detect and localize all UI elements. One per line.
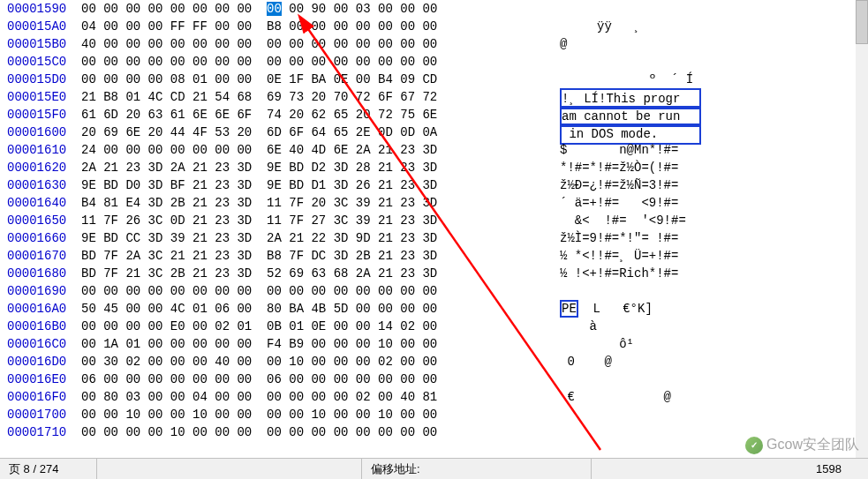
hex-row[interactable]: 000016E006 00 00 00 00 00 00 00 06 00 00… (0, 370, 868, 388)
offset-column[interactable]: 00001590 (0, 0, 81, 18)
offset-column[interactable]: 000015A0 (0, 18, 81, 35)
ascii-column[interactable]: in DOS mode. (555, 123, 868, 141)
ascii-column[interactable]: ½ !<+!#=Rich*!#= (555, 265, 868, 282)
hex-column[interactable]: B4 81 E4 3D 2B 21 23 3D 11 7F 20 3C 39 2… (81, 194, 555, 212)
offset-column[interactable]: 000015C0 (0, 53, 81, 71)
hex-column[interactable]: 00 00 00 00 00 00 00 00 00 00 90 00 03 0… (81, 0, 555, 18)
hex-column[interactable]: 9E BD D0 3D BF 21 23 3D 9E BD D1 3D 26 2… (81, 176, 555, 194)
ascii-column[interactable]: € @ (555, 388, 868, 406)
hex-column[interactable]: 11 7F 26 3C 0D 21 23 3D 11 7F 27 3C 39 2… (81, 212, 555, 229)
hex-row[interactable]: 0000170000 00 10 00 00 10 00 00 00 00 10… (0, 406, 868, 423)
offset-column[interactable]: 000016B0 (0, 318, 81, 335)
offset-column[interactable]: 00001700 (0, 406, 81, 423)
offset-column[interactable]: 00001610 (0, 141, 81, 159)
ascii-column[interactable]: ž½Ì=9!#=*!"= !#= (555, 229, 868, 247)
hex-row[interactable]: 00001640B4 81 E4 3D 2B 21 23 3D 11 7F 20… (0, 194, 868, 212)
ascii-column[interactable]: &< !#= '<9!#= (555, 212, 868, 229)
ascii-column[interactable]: @ (555, 35, 868, 53)
offset-column[interactable]: 000015E0 (0, 88, 81, 106)
offset-column[interactable]: 00001660 (0, 229, 81, 247)
hex-row[interactable]: 000015E021 B8 01 4C CD 21 54 68 69 73 20… (0, 88, 868, 106)
hex-row[interactable]: 000016B000 00 00 00 E0 00 02 01 0B 01 0E… (0, 318, 868, 335)
hex-row[interactable]: 0000171000 00 00 00 10 00 00 00 00 00 00… (0, 423, 868, 441)
hex-column[interactable]: BD 7F 2A 3C 21 21 23 3D B8 7F DC 3D 2B 2… (81, 247, 555, 265)
ascii-column[interactable]: !¸ LÍ!This progr (555, 88, 868, 106)
ascii-column[interactable]: à (555, 318, 868, 335)
selected-byte[interactable]: 00 (267, 2, 282, 16)
offset-column[interactable]: 000016A0 (0, 300, 81, 318)
hex-row[interactable]: 000016309E BD D0 3D BF 21 23 3D 9E BD D1… (0, 176, 868, 194)
hex-row[interactable]: 000015D000 00 00 00 08 01 00 00 0E 1F BA… (0, 71, 868, 88)
hex-row[interactable]: 000016A050 45 00 00 4C 01 06 00 80 BA 4B… (0, 300, 868, 318)
hex-column[interactable]: 00 00 00 00 10 00 00 00 00 00 00 00 00 0… (81, 423, 555, 441)
ascii-column[interactable] (555, 370, 868, 388)
hex-column[interactable]: 00 00 00 00 08 01 00 00 0E 1F BA 0E 00 B… (81, 71, 555, 88)
hex-row[interactable]: 0000161024 00 00 00 00 00 00 00 6E 40 4D… (0, 141, 868, 159)
hex-row[interactable]: 000015A004 00 00 00 FF FF 00 00 B8 00 00… (0, 18, 868, 35)
hex-row[interactable]: 000015C000 00 00 00 00 00 00 00 00 00 00… (0, 53, 868, 71)
hex-viewer[interactable]: 0000159000 00 00 00 00 00 00 00 00 00 90… (0, 0, 868, 454)
ascii-column[interactable] (555, 423, 868, 441)
ascii-column[interactable]: ´ ä=+!#= <9!#= (555, 194, 868, 212)
hex-row[interactable]: 000016D000 30 02 00 00 00 40 00 00 10 00… (0, 353, 868, 370)
hex-column[interactable]: 00 00 00 00 00 00 00 00 00 00 00 00 00 0… (81, 53, 555, 71)
hex-row[interactable]: 0000169000 00 00 00 00 00 00 00 00 00 00… (0, 282, 868, 300)
hex-row[interactable]: 000015B040 00 00 00 00 00 00 00 00 00 00… (0, 35, 868, 53)
hex-row[interactable]: 0000160020 69 6E 20 44 4F 53 20 6D 6F 64… (0, 123, 868, 141)
offset-column[interactable]: 00001650 (0, 212, 81, 229)
offset-column[interactable]: 000015B0 (0, 35, 81, 53)
ascii-column[interactable]: ž½Ð=¿!#=ž½Ñ=3!#= (555, 176, 868, 194)
hex-row[interactable]: 00001670BD 7F 2A 3C 21 21 23 3D B8 7F DC… (0, 247, 868, 265)
hex-column[interactable]: 40 00 00 00 00 00 00 00 00 00 00 00 00 0… (81, 35, 555, 53)
hex-row[interactable]: 000016C000 1A 01 00 00 00 00 00 F4 B9 00… (0, 335, 868, 353)
offset-column[interactable]: 00001670 (0, 247, 81, 265)
hex-row[interactable]: 0000159000 00 00 00 00 00 00 00 00 00 90… (0, 0, 868, 18)
ascii-column[interactable]: ÿÿ ¸ (555, 18, 868, 35)
hex-row[interactable]: 0000165011 7F 26 3C 0D 21 23 3D 11 7F 27… (0, 212, 868, 229)
hex-column[interactable]: 00 00 00 00 00 00 00 00 00 00 00 00 00 0… (81, 282, 555, 300)
hex-column[interactable]: 00 80 03 00 00 04 00 00 00 00 00 00 02 0… (81, 388, 555, 406)
ascii-column[interactable]: PE L €°K] (555, 300, 868, 318)
offset-column[interactable]: 000016E0 (0, 370, 81, 388)
ascii-column[interactable] (555, 282, 868, 300)
hex-column[interactable]: BD 7F 21 3C 2B 21 23 3D 52 69 63 68 2A 2… (81, 265, 555, 282)
offset-column[interactable]: 000015F0 (0, 106, 81, 123)
hex-row[interactable]: 000015F061 6D 20 63 61 6E 6E 6F 74 20 62… (0, 106, 868, 123)
scrollbar[interactable] (856, 0, 868, 458)
hex-column[interactable]: 24 00 00 00 00 00 00 00 6E 40 4D 6E 2A 2… (81, 141, 555, 159)
offset-column[interactable]: 00001680 (0, 265, 81, 282)
ascii-column[interactable]: ô¹ (555, 335, 868, 353)
hex-row[interactable]: 000016609E BD CC 3D 39 21 23 3D 2A 21 22… (0, 229, 868, 247)
offset-column[interactable]: 000016D0 (0, 353, 81, 370)
offset-column[interactable]: 00001690 (0, 282, 81, 300)
ascii-column[interactable]: 0 @ (555, 353, 868, 370)
offset-column[interactable]: 00001620 (0, 159, 81, 176)
ascii-column[interactable] (555, 406, 868, 423)
offset-column[interactable]: 00001600 (0, 123, 81, 141)
hex-row[interactable]: 000016F000 80 03 00 00 04 00 00 00 00 00… (0, 388, 868, 406)
hex-column[interactable]: 61 6D 20 63 61 6E 6E 6F 74 20 62 65 20 7… (81, 106, 555, 123)
offset-column[interactable]: 00001710 (0, 423, 81, 441)
hex-column[interactable]: 00 30 02 00 00 00 40 00 00 10 00 00 00 0… (81, 353, 555, 370)
hex-column[interactable]: 50 45 00 00 4C 01 06 00 80 BA 4B 5D 00 0… (81, 300, 555, 318)
hex-row[interactable]: 00001680BD 7F 21 3C 2B 21 23 3D 52 69 63… (0, 265, 868, 282)
ascii-column[interactable]: $ n@Mn*!#= (555, 141, 868, 159)
ascii-column[interactable] (555, 0, 868, 18)
ascii-column[interactable]: *!#=*!#=ž½Ò=(!#= (555, 159, 868, 176)
hex-column[interactable]: 9E BD CC 3D 39 21 23 3D 2A 21 22 3D 9D 2… (81, 229, 555, 247)
hex-column[interactable]: 20 69 6E 20 44 4F 53 20 6D 6F 64 65 2E 0… (81, 123, 555, 141)
ascii-column[interactable]: ½ *<!!#=¸ Ü=+!#= (555, 247, 868, 265)
hex-column[interactable]: 04 00 00 00 FF FF 00 00 B8 00 00 00 00 0… (81, 18, 555, 35)
hex-column[interactable]: 00 00 00 00 E0 00 02 01 0B 01 0E 00 00 1… (81, 318, 555, 335)
offset-column[interactable]: 000016F0 (0, 388, 81, 406)
hex-column[interactable]: 00 1A 01 00 00 00 00 00 F4 B9 00 00 00 1… (81, 335, 555, 353)
hex-column[interactable]: 06 00 00 00 00 00 00 00 06 00 00 00 00 0… (81, 370, 555, 388)
hex-column[interactable]: 2A 21 23 3D 2A 21 23 3D 9E BD D2 3D 28 2… (81, 159, 555, 176)
ascii-column[interactable]: º ´ Í (555, 71, 868, 88)
scroll-thumb[interactable] (856, 0, 868, 44)
ascii-column[interactable] (555, 53, 868, 71)
offset-column[interactable]: 00001640 (0, 194, 81, 212)
hex-row[interactable]: 000016202A 21 23 3D 2A 21 23 3D 9E BD D2… (0, 159, 868, 176)
hex-column[interactable]: 21 B8 01 4C CD 21 54 68 69 73 20 70 72 6… (81, 88, 555, 106)
hex-column[interactable]: 00 00 10 00 00 10 00 00 00 00 10 00 00 1… (81, 406, 555, 423)
